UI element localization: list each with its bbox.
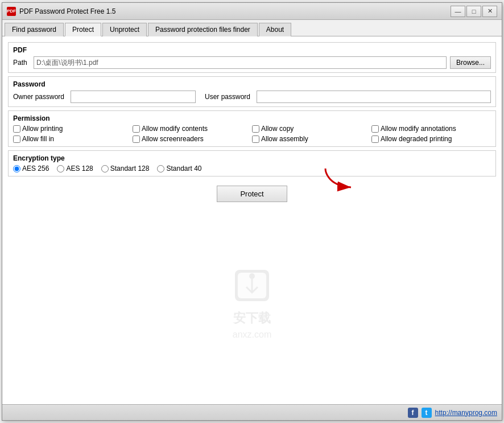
password-row: Owner password User password [13,91,491,103]
permission-grid: Allow printing Allow modify contents All… [13,125,491,143]
tab-about[interactable]: About [259,23,291,36]
permission-section: Permission Allow printing Allow modify c… [8,110,496,147]
owner-password-label: Owner password [13,93,67,101]
tab-find-password[interactable]: Find password [5,23,64,36]
allow-copy-item[interactable]: Allow copy [252,125,371,133]
allow-fill-in-item[interactable]: Allow fill in [13,135,133,143]
watermark-area: 安下载 anxz.com [8,202,496,399]
encryption-section-title: Encryption type [13,154,491,162]
password-section: Password Owner password User password [8,76,496,107]
allow-copy-checkbox[interactable] [252,125,259,133]
minimize-button[interactable]: — [451,6,465,17]
allow-degraded-printing-checkbox[interactable] [371,135,379,143]
allow-screenreaders-checkbox[interactable] [133,135,140,143]
aes-128-item[interactable]: AES 128 [57,165,93,173]
allow-assembly-checkbox[interactable] [252,135,259,143]
main-window: PDF PDF Password Protect Free 1.5 — □ ✕ … [2,2,502,421]
watermark-subtext: anxz.com [233,330,271,340]
title-bar: PDF PDF Password Protect Free 1.5 — □ ✕ [2,3,502,20]
standart-40-item[interactable]: Standart 40 [157,165,201,173]
allow-printing-checkbox[interactable] [13,125,20,133]
footer: f t http://manyprog.com [2,404,502,420]
allow-printing-item[interactable]: Allow printing [13,125,133,133]
tab-bar: Find password Protect Unprotect Password… [2,20,502,36]
maximize-button[interactable]: □ [466,6,481,17]
password-section-title: Password [13,80,491,88]
permission-section-title: Permission [13,114,491,122]
pdf-section: PDF Path Browse... [8,42,496,73]
tab-protect[interactable]: Protect [65,23,101,36]
user-password-input[interactable] [257,91,491,103]
allow-assembly-item[interactable]: Allow assembly [252,135,371,143]
pdf-section-title: PDF [13,46,491,54]
window-title: PDF Password Protect Free 1.5 [19,7,451,15]
protect-button[interactable]: Protect [217,186,287,202]
standart-128-item[interactable]: Standart 128 [101,165,150,173]
main-content: PDF Path Browse... Password Owner passwo… [2,36,502,404]
tab-password-protection-finder[interactable]: Password protection files finder [148,23,258,36]
app-icon: PDF [7,7,16,16]
standart-128-radio[interactable] [101,165,109,173]
protect-button-container: Protect [8,186,496,202]
path-input[interactable] [34,56,447,69]
tab-unprotect[interactable]: Unprotect [102,23,147,36]
path-label: Path [13,59,30,67]
allow-fill-in-checkbox[interactable] [13,135,20,143]
allow-degraded-printing-item[interactable]: Allow degraded printing [371,135,491,143]
facebook-icon[interactable]: f [408,408,418,418]
browse-button[interactable]: Browse... [450,56,491,69]
allow-modify-contents-item[interactable]: Allow modify contents [133,125,252,133]
footer-link[interactable]: http://manyprog.com [435,409,497,417]
allow-modify-contents-checkbox[interactable] [133,125,140,133]
watermark-icon [229,261,275,307]
allow-screenreaders-item[interactable]: Allow screenreaders [133,135,252,143]
close-button[interactable]: ✕ [482,6,497,17]
owner-password-input[interactable] [71,91,196,103]
window-controls: — □ ✕ [451,6,497,17]
standart-40-radio[interactable] [157,165,164,173]
watermark-text: 安下载 [233,310,271,327]
aes-128-radio[interactable] [57,165,64,173]
allow-modify-annotations-item[interactable]: Allow modify annotations [371,125,491,133]
path-row: Path Browse... [13,56,491,69]
svg-point-3 [249,273,255,279]
aes-256-item[interactable]: AES 256 [13,165,49,173]
encryption-row: AES 256 AES 128 Standart 128 Standart 40 [13,165,491,173]
allow-modify-annotations-checkbox[interactable] [371,125,379,133]
user-password-label: User password [205,93,253,101]
encryption-section: Encryption type AES 256 AES 128 Standart… [8,150,496,176]
aes-256-radio[interactable] [13,165,20,173]
twitter-icon[interactable]: t [422,408,432,418]
